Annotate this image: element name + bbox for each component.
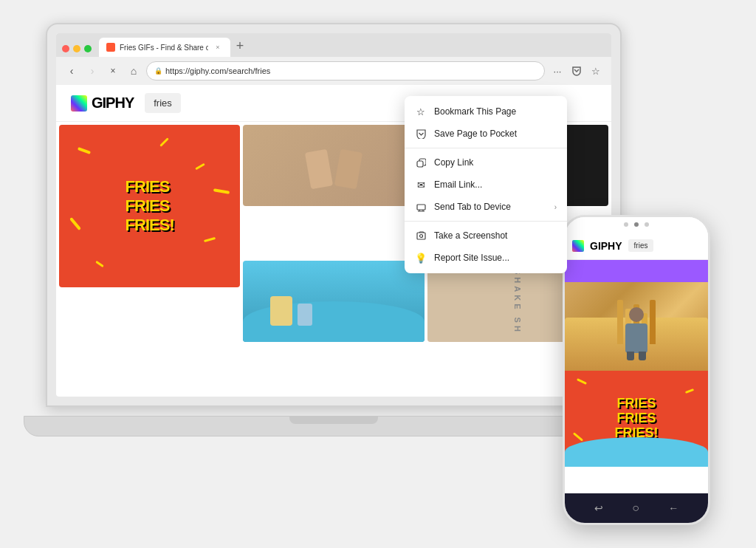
phone-nav-bar: ↩ ○ ← bbox=[565, 493, 708, 523]
report-icon: 💡 bbox=[415, 252, 427, 264]
phone-content: FRIES FRIES FRIES! bbox=[565, 260, 708, 493]
toolbar-buttons: ··· ☆ bbox=[549, 63, 604, 79]
ssl-icon: 🔒 bbox=[154, 67, 162, 75]
copy-link-icon bbox=[415, 157, 427, 168]
phone-giphy-header: GIPHY fries bbox=[565, 232, 708, 260]
phone-fries-line2: FRIES bbox=[616, 411, 656, 426]
phone-nav-home[interactable]: ○ bbox=[632, 501, 639, 515]
phone-search-value: fries bbox=[634, 242, 648, 250]
phone-status-bar bbox=[565, 217, 708, 232]
giphy-search-value: fries bbox=[154, 97, 172, 109]
tab-favicon bbox=[106, 43, 115, 52]
send-tab-icon bbox=[415, 201, 427, 213]
phone-search-box[interactable]: fries bbox=[628, 239, 654, 252]
laptop: Fries GIFs - Find & Share on Gi... × + ‹… bbox=[46, 23, 622, 436]
phone-dot-3 bbox=[645, 222, 649, 227]
giphy-logo: GIPHY bbox=[71, 95, 134, 112]
menu-divider-2 bbox=[405, 221, 567, 222]
pocket-icon bbox=[571, 66, 582, 76]
giphy-search-box[interactable]: fries bbox=[145, 93, 181, 113]
home-button[interactable]: ⌂ bbox=[126, 63, 142, 79]
screenshot-icon bbox=[415, 230, 427, 242]
context-menu: ☆ Bookmark This Page Save Page to Pocket bbox=[405, 96, 567, 273]
window-controls bbox=[62, 45, 92, 57]
browser-chrome: Fries GIFs - Find & Share on Gi... × + ‹… bbox=[56, 33, 611, 85]
bookmark-icon: ☆ bbox=[415, 106, 427, 117]
send-tab-item[interactable]: Send Tab to Device › bbox=[405, 196, 567, 218]
send-tab-label: Send Tab to Device bbox=[434, 202, 511, 212]
screenshot-item[interactable]: Take a Screenshot bbox=[405, 225, 567, 247]
more-button[interactable]: ··· bbox=[549, 63, 566, 79]
menu-divider-1 bbox=[405, 148, 567, 148]
email-link-item[interactable]: ✉ Email Link... bbox=[405, 174, 567, 196]
back-button[interactable]: ‹ bbox=[63, 63, 80, 79]
bookmark-button[interactable]: ☆ bbox=[588, 63, 604, 79]
laptop-base bbox=[24, 416, 644, 436]
pocket-button[interactable] bbox=[568, 63, 585, 79]
minimize-dot[interactable] bbox=[73, 45, 80, 52]
scene: Fries GIFs - Find & Share on Gi... × + ‹… bbox=[46, 23, 710, 525]
phone: GIPHY fries bbox=[563, 215, 710, 525]
phone-fries-line1: FRIES bbox=[616, 397, 656, 411]
giphy-logo-icon bbox=[71, 95, 87, 112]
save-pocket-label: Save Page to Pocket bbox=[434, 129, 517, 139]
active-tab[interactable]: Fries GIFs - Find & Share on Gi... × bbox=[99, 38, 230, 57]
save-pocket-item[interactable]: Save Page to Pocket bbox=[405, 123, 567, 145]
screenshot-label: Take a Screenshot bbox=[434, 230, 507, 241]
phone-dot-2 bbox=[634, 222, 639, 227]
giphy-logo-text: GIPHY bbox=[92, 95, 134, 112]
tab-close-button[interactable]: × bbox=[213, 42, 223, 52]
report-site-item[interactable]: 💡 Report Site Issue... bbox=[405, 247, 567, 269]
bookmark-label: Bookmark This Page bbox=[434, 106, 516, 117]
forward-button[interactable]: › bbox=[84, 63, 100, 79]
laptop-body: Fries GIFs - Find & Share on Gi... × + ‹… bbox=[46, 23, 622, 407]
gif-blue-cartoon[interactable] bbox=[243, 261, 424, 342]
gif-fries-text[interactable]: FRIES FRIES FRIES! bbox=[59, 125, 240, 287]
maximize-dot[interactable] bbox=[84, 45, 92, 52]
fries-line3: FRIES! bbox=[126, 216, 174, 235]
tab-bar: Fries GIFs - Find & Share on Gi... × + bbox=[56, 33, 611, 57]
laptop-screen: Fries GIFs - Find & Share on Gi... × + ‹… bbox=[56, 33, 611, 397]
phone-giphy-logo-text: GIPHY bbox=[590, 240, 622, 252]
phone-nav-back[interactable]: ↩ bbox=[594, 502, 603, 514]
svg-point-3 bbox=[419, 234, 422, 237]
bookmark-page-item[interactable]: ☆ Bookmark This Page bbox=[405, 100, 567, 123]
send-tab-arrow: › bbox=[554, 203, 557, 211]
phone-purple-bar bbox=[565, 260, 708, 282]
phone-wave bbox=[565, 437, 708, 467]
report-site-label: Report Site Issue... bbox=[434, 253, 509, 263]
reload-button[interactable]: × bbox=[105, 63, 121, 79]
fries-line2: FRIES bbox=[126, 196, 174, 216]
phone-screen: GIPHY fries bbox=[565, 217, 708, 523]
fries-line1: FRIES bbox=[126, 177, 174, 196]
url-bar[interactable]: 🔒 https://giphy.com/search/fries bbox=[146, 61, 545, 81]
svg-rect-2 bbox=[417, 233, 425, 239]
phone-fries-image bbox=[565, 282, 708, 371]
close-dot[interactable] bbox=[62, 45, 69, 52]
phone-giphy-logo-icon bbox=[572, 240, 584, 252]
url-text: https://giphy.com/search/fries bbox=[165, 66, 270, 75]
address-bar: ‹ › × ⌂ 🔒 https://giphy.com/search/fries… bbox=[56, 57, 611, 85]
copy-link-item[interactable]: Copy Link bbox=[405, 151, 567, 174]
new-tab-button[interactable]: + bbox=[230, 38, 250, 57]
svg-rect-0 bbox=[417, 161, 423, 167]
phone-nav-forward[interactable]: ← bbox=[668, 502, 678, 514]
email-icon: ✉ bbox=[415, 179, 427, 191]
phone-fries-text: FRIES FRIES FRIES! bbox=[565, 371, 708, 467]
svg-rect-1 bbox=[417, 205, 425, 210]
pocket-save-icon bbox=[415, 128, 427, 140]
email-link-label: Email Link... bbox=[434, 179, 482, 190]
copy-link-label: Copy Link bbox=[434, 157, 473, 168]
gif-hands[interactable] bbox=[243, 125, 424, 206]
phone-dot-1 bbox=[624, 222, 628, 227]
tab-label: Fries GIFs - Find & Share on Gi... bbox=[120, 44, 208, 52]
